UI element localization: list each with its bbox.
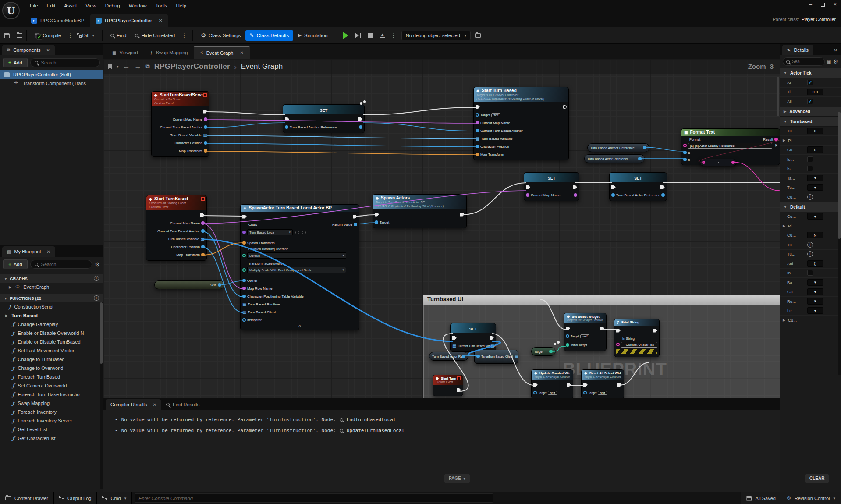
function-item-foreach-turn-base-instructio[interactable]: ƒForeach Turn Base Instructio <box>0 390 103 399</box>
details-search-input[interactable] <box>792 59 821 64</box>
my-blueprint-search-input[interactable] <box>41 262 88 267</box>
parent-class-link[interactable]: Player Controller <box>802 17 836 22</box>
details-section-turnbased[interactable]: ▼Turnbased <box>780 117 841 127</box>
function-item-constructionscript[interactable]: ƒConstructionScript <box>0 302 103 311</box>
menu-file[interactable]: File <box>25 1 43 10</box>
node-header[interactable]: SET <box>283 105 364 114</box>
dropdown-multiply-scale-with-root-component-scale[interactable]: Multiply Scale With Root Component Scale… <box>247 267 346 273</box>
expander-icon[interactable]: ▶ <box>783 138 786 142</box>
use-selected-icon[interactable] <box>295 231 299 234</box>
graph-tab-event-graph[interactable]: ⠪Event Graph✕ <box>194 46 249 59</box>
diff-button[interactable]: Diff▾ <box>75 31 98 40</box>
minimize-button[interactable]: – <box>809 1 812 7</box>
breadcrumb-root[interactable]: RPGPlayerController <box>154 62 230 71</box>
menu-edit[interactable]: Edit <box>43 1 60 10</box>
set-select-widget[interactable]: ◆Set Select WidgetTarget is RPGPlayer Co… <box>564 313 607 351</box>
value-field[interactable]: N <box>807 232 823 238</box>
function-item-set-last-movement-vector[interactable]: ƒSet Last Movement Vector <box>0 346 103 355</box>
details-search[interactable] <box>783 57 825 66</box>
node-header[interactable]: ◆Start Turn BasedTarget is RPGPlayer Con… <box>474 87 568 102</box>
checkbox-checked[interactable]: ✓ <box>807 99 813 104</box>
set-turn-based-anchor-reference[interactable]: SETTurn Based Anchor Reference <box>283 104 365 133</box>
character-position-pin[interactable] <box>204 141 207 145</box>
expander-icon[interactable]: ▼ <box>784 120 787 124</box>
exec-pin[interactable] <box>242 268 246 272</box>
asset-tab-rpggamemodebp[interactable]: ▸RPGGameModeBP <box>25 14 90 27</box>
exec-pin[interactable] <box>638 157 642 160</box>
close-icon[interactable]: ✕ <box>240 50 244 55</box>
node-header[interactable]: ◆Spawn ActorsTarget is Turn Based Local … <box>373 195 466 209</box>
dropdown[interactable]: ▾ <box>807 288 823 295</box>
add-blueprint-item-button[interactable]: + Add <box>3 259 28 269</box>
graphs-section-header[interactable]: ▼ GRAPHS+ <box>0 274 103 283</box>
exec-pin[interactable] <box>574 193 577 197</box>
collapse-chevron-icon[interactable]: ^ <box>241 324 359 328</box>
pill-turn-based-actor-reference[interactable]: Turn Based Actor Reference <box>584 154 645 163</box>
close-icon[interactable]: ✕ <box>46 48 50 53</box>
spawn-actors-call[interactable]: ◆Spawn ActorsTarget is Turn Based Local … <box>373 194 467 228</box>
bookmark-icon[interactable] <box>108 64 112 70</box>
tab-find-results[interactable]: Find Results <box>161 399 204 410</box>
exec-pin[interactable] <box>242 231 246 234</box>
menu-view[interactable]: View <box>81 1 101 10</box>
reroute-pin[interactable] <box>731 161 735 164</box>
dropdown-default[interactable]: Default▾ <box>247 252 346 259</box>
instigator-pin[interactable] <box>242 318 246 322</box>
tab-my-blueprint[interactable]: ▤ My Blueprint ✕ <box>2 246 55 257</box>
a-pin[interactable] <box>683 151 687 154</box>
chevron-down-icon[interactable]: ▾ <box>117 64 119 69</box>
exec-pin[interactable] <box>617 383 622 387</box>
print-string[interactable]: ƒPrint StringIn String-- Combat UI Start… <box>614 319 660 357</box>
my-blueprint-search[interactable] <box>30 260 92 269</box>
function-item-foreach-inventory[interactable]: ƒForeach Inventory <box>0 408 103 416</box>
exec-pin[interactable] <box>566 327 570 330</box>
function-item-foreach-inventory-server[interactable]: ƒForeach Inventory Server <box>0 416 103 425</box>
target-pin[interactable] <box>375 220 378 224</box>
stop-button[interactable] <box>365 30 376 41</box>
exec-pin[interactable] <box>359 125 362 129</box>
initial-target-pin[interactable] <box>566 343 569 347</box>
character-positioning-table-variable-pin[interactable] <box>242 295 246 298</box>
all-saved-button[interactable]: All Saved <box>741 492 781 504</box>
start-turnbased-event[interactable]: ◆Start TurnBasedExecutes on Owning Clien… <box>146 195 207 261</box>
exec-pin[interactable] <box>661 193 665 197</box>
clear-button[interactable]: CLEAR <box>805 474 829 483</box>
set-current-turn-based-variable[interactable]: SET▦Current Turn Based Variable▦ <box>450 323 496 352</box>
turn-based-variable-pin[interactable]: ▦ <box>201 237 205 241</box>
forward-arrow-icon[interactable]: → <box>135 63 142 71</box>
exec-pin[interactable] <box>526 185 530 189</box>
play-button[interactable] <box>340 30 351 41</box>
current-map-name-pin[interactable] <box>201 221 205 225</box>
my-blueprint-scrollbar[interactable] <box>100 302 103 489</box>
pill-target[interactable]: Target <box>531 347 556 356</box>
exec-pin[interactable] <box>457 388 461 392</box>
add-element-icon[interactable]: + <box>807 242 813 248</box>
exec-pin[interactable] <box>616 329 621 333</box>
hide-unrelated-button[interactable]: Hide Unrelated <box>131 31 179 40</box>
dropdown[interactable]: ▾ <box>807 279 823 286</box>
function-item-change-to-overworld[interactable]: ƒChange to Overworld <box>0 364 103 373</box>
pill-turn-based-anchor-reference[interactable]: Turn Based Anchor Reference <box>587 143 649 152</box>
more-options-icon[interactable]: ⋮ <box>66 32 75 39</box>
value-field[interactable]: 0 <box>807 146 823 153</box>
value-field[interactable]: 0 <box>807 128 823 134</box>
function-item-swap-mapping[interactable]: ƒSwap Mapping <box>0 399 103 408</box>
update-combat-widget[interactable]: ◆Update Combat WidgetTarget is RPGPlayer… <box>531 369 573 398</box>
dropdown[interactable]: ▾ <box>807 307 823 314</box>
exec-pin[interactable] <box>611 185 616 189</box>
expander-icon[interactable]: ▼ <box>784 205 787 209</box>
start-turn-based-server-event[interactable]: ◆StartTurnBasedServerExecutes On ServerC… <box>151 91 209 157</box>
expander-icon[interactable]: ▶ <box>783 318 786 322</box>
character-position-pin[interactable] <box>201 245 205 248</box>
back-arrow-icon[interactable]: ← <box>123 63 130 71</box>
turn-based-client-pin[interactable]: ▦ <box>242 310 246 314</box>
expander-icon[interactable]: ▼ <box>784 71 787 75</box>
node-header[interactable]: ◆Reset All Select WidgetTarget is RPGPla… <box>582 370 624 380</box>
checkbox-unchecked[interactable] <box>807 156 813 162</box>
add-element-icon[interactable]: + <box>807 251 813 257</box>
target-pin[interactable] <box>583 391 587 394</box>
map-row-name-pin[interactable] <box>242 287 246 290</box>
asset-tab-rpgplayercontroller[interactable]: ▸RPGPlayerController✕ <box>90 14 168 27</box>
component-row-transform-component-trans[interactable]: Transform Component (Trans <box>0 79 103 88</box>
graph-item-eventgraph[interactable]: ▶⠪⠕EventGraph <box>0 283 103 291</box>
